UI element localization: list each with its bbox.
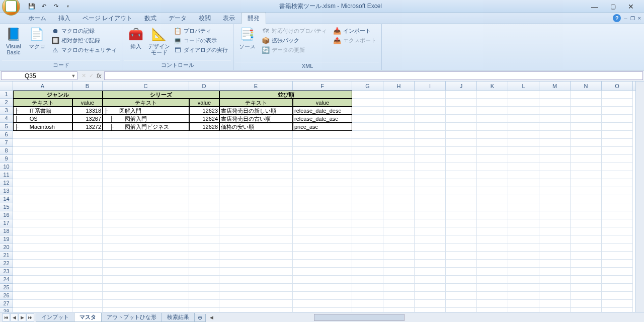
cell[interactable] — [72, 211, 103, 219]
cell[interactable] — [446, 115, 477, 123]
cell[interactable]: ├ Macintosh — [13, 123, 72, 131]
cell[interactable] — [602, 131, 633, 139]
cell[interactable]: ├ IT系書籍 — [13, 107, 72, 115]
row-header[interactable]: 18 — [0, 227, 13, 235]
close-button[interactable]: ✕ — [624, 2, 638, 12]
save-icon[interactable]: 💾 — [26, 1, 37, 12]
cell[interactable] — [383, 284, 415, 292]
cell[interactable] — [508, 308, 539, 312]
cell[interactable] — [13, 139, 72, 147]
cell[interactable]: value — [72, 99, 103, 107]
sheet-tab-output[interactable]: アウトプットひな形 — [101, 313, 162, 322]
cell[interactable] — [13, 292, 72, 300]
cell[interactable] — [352, 107, 383, 115]
cell[interactable] — [602, 91, 633, 99]
cell[interactable] — [383, 308, 415, 312]
cell[interactable] — [602, 195, 633, 203]
cell[interactable] — [446, 107, 477, 115]
cell[interactable] — [219, 276, 293, 284]
cell[interactable]: 13267 — [72, 115, 103, 123]
cell[interactable] — [13, 155, 72, 163]
insert-control-button[interactable]: 🧰 挿入 — [124, 25, 147, 50]
cell[interactable] — [219, 131, 293, 139]
help-icon[interactable]: ? — [613, 14, 621, 22]
cell[interactable] — [415, 219, 446, 227]
cell[interactable] — [352, 195, 383, 203]
cell[interactable] — [352, 147, 383, 155]
cell[interactable] — [219, 219, 293, 227]
cell[interactable] — [219, 211, 293, 219]
cell[interactable] — [446, 131, 477, 139]
cell[interactable] — [415, 155, 446, 163]
cell[interactable] — [415, 195, 446, 203]
cell[interactable] — [219, 260, 293, 268]
cell[interactable] — [383, 171, 415, 179]
cell[interactable] — [477, 252, 508, 260]
cell[interactable] — [539, 235, 571, 244]
cell[interactable] — [602, 300, 633, 308]
cell[interactable] — [352, 235, 383, 244]
cell[interactable] — [352, 203, 383, 211]
cell[interactable] — [602, 99, 633, 107]
cell[interactable] — [103, 179, 189, 187]
cell[interactable] — [72, 171, 103, 179]
cell[interactable]: 書店発売日の古い順 — [219, 115, 293, 123]
cell[interactable] — [508, 235, 539, 244]
cell[interactable] — [13, 260, 72, 268]
cell[interactable] — [571, 244, 602, 252]
cell[interactable] — [352, 163, 383, 171]
cell[interactable] — [508, 147, 539, 155]
cell[interactable] — [415, 252, 446, 260]
cell[interactable] — [13, 268, 72, 276]
cell[interactable]: テキスト — [103, 99, 189, 107]
cell[interactable] — [383, 219, 415, 227]
cell[interactable] — [539, 308, 571, 312]
row-header[interactable]: 24 — [0, 276, 13, 284]
cell[interactable] — [446, 268, 477, 276]
cell[interactable] — [189, 227, 219, 235]
cell[interactable] — [571, 203, 602, 211]
cell[interactable] — [103, 300, 189, 308]
cell[interactable] — [446, 300, 477, 308]
cell[interactable] — [415, 260, 446, 268]
cell[interactable] — [293, 131, 352, 139]
cell[interactable] — [477, 99, 508, 107]
select-all-corner[interactable] — [0, 82, 13, 90]
cell[interactable] — [293, 300, 352, 308]
cell[interactable] — [446, 123, 477, 131]
cell[interactable]: 12624 — [189, 115, 219, 123]
cell[interactable] — [539, 203, 571, 211]
cell[interactable] — [13, 147, 72, 155]
cell[interactable] — [571, 300, 602, 308]
cell[interactable] — [446, 91, 477, 99]
cell[interactable] — [352, 171, 383, 179]
cell[interactable] — [383, 227, 415, 235]
col-header[interactable]: O — [602, 82, 633, 90]
cell[interactable] — [219, 163, 293, 171]
cell[interactable] — [103, 219, 189, 227]
cell[interactable]: シリーズ — [103, 91, 219, 99]
cell[interactable] — [571, 252, 602, 260]
cell[interactable] — [293, 211, 352, 219]
cell[interactable] — [539, 244, 571, 252]
cell[interactable] — [352, 284, 383, 292]
cell[interactable] — [383, 195, 415, 203]
cell[interactable] — [189, 155, 219, 163]
cell[interactable] — [508, 219, 539, 227]
cell[interactable] — [571, 235, 602, 244]
cell[interactable] — [602, 179, 633, 187]
cell[interactable] — [352, 131, 383, 139]
cell[interactable] — [103, 284, 189, 292]
cell[interactable] — [446, 147, 477, 155]
cell[interactable]: 12628 — [189, 123, 219, 131]
cell[interactable] — [293, 244, 352, 252]
cell[interactable] — [72, 203, 103, 211]
cell[interactable] — [383, 115, 415, 123]
cell[interactable] — [72, 219, 103, 227]
cell[interactable] — [477, 308, 508, 312]
cell[interactable] — [383, 203, 415, 211]
cell[interactable] — [293, 252, 352, 260]
cell[interactable] — [477, 155, 508, 163]
cell[interactable] — [352, 276, 383, 284]
col-header[interactable]: B — [72, 82, 103, 90]
